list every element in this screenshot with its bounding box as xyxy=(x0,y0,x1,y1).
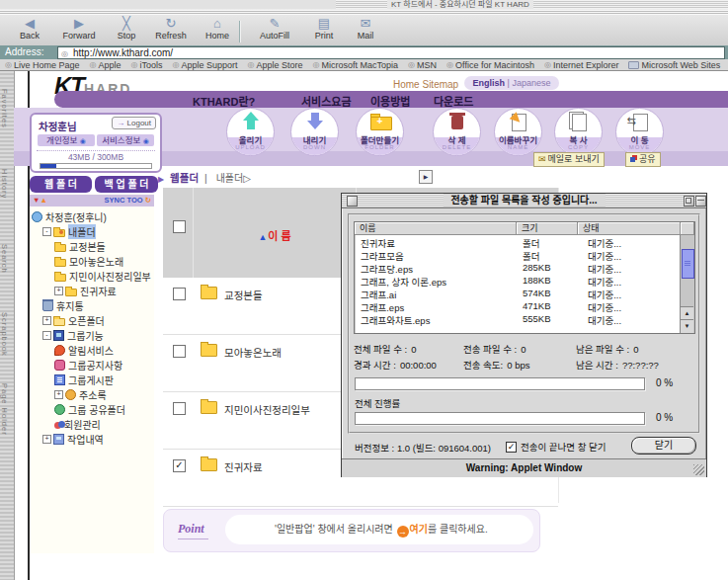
size-column[interactable]: 크기 xyxy=(517,222,578,235)
tree-item[interactable]: - 내폴더 xyxy=(30,224,154,239)
browser-side-tab[interactable]: Page Holder xyxy=(0,372,9,447)
toolbar-button[interactable]: Back xyxy=(8,17,51,44)
browser-side-tab[interactable]: Favorites xyxy=(0,71,9,146)
toolbar-button[interactable]: Print xyxy=(304,17,344,44)
tree-item[interactable]: 회원관리 xyxy=(30,417,154,432)
favorites-item[interactable]: MSN xyxy=(408,60,437,70)
expand-icon[interactable]: ▲ xyxy=(40,196,46,205)
action-button[interactable]: 이름바꾸기 NAME xyxy=(494,108,542,156)
tree-expand-box[interactable]: + xyxy=(54,287,63,295)
breadcrumb-root[interactable]: 웹폴더 xyxy=(170,172,199,184)
share-button[interactable]: 공유 xyxy=(625,152,661,167)
home-link[interactable]: Home xyxy=(393,79,420,90)
tree-item[interactable]: + 작업내역 xyxy=(30,432,154,447)
row-checkbox[interactable] xyxy=(173,402,186,415)
action-button[interactable]: 복 사 COPY xyxy=(554,108,603,156)
favorites-item[interactable]: Office for Macintosh xyxy=(446,60,534,70)
folder-name[interactable]: 지민이사진정리일부 xyxy=(224,402,310,417)
action-button[interactable]: 삭 제 DELETE xyxy=(433,108,481,156)
tree-expand-box[interactable]: - xyxy=(42,227,51,236)
tree-item[interactable]: 모아놓은노래 xyxy=(30,254,154,269)
favorites-item[interactable]: Internet Explorer xyxy=(544,60,619,70)
zoom-box-icon[interactable] xyxy=(684,196,694,207)
close-box-icon[interactable] xyxy=(347,196,358,207)
tree-item[interactable]: 교정본들 xyxy=(30,239,154,254)
kthard-logo[interactable]: KTHARD xyxy=(54,72,131,92)
scrollbar[interactable]: ▲ ▼ xyxy=(680,235,694,333)
tree-expand-box[interactable]: + xyxy=(42,435,51,444)
folder-name[interactable]: 교정본들 xyxy=(224,288,263,302)
here-link[interactable]: 여기 xyxy=(410,524,428,535)
dialog-titlebar[interactable]: 전송할 파일 목록을 작성 중입니다... xyxy=(342,194,706,208)
checked-checkbox[interactable] xyxy=(506,442,517,453)
name-column[interactable]: 이름 xyxy=(355,222,517,235)
action-button[interactable]: 폴더만들기 FOLDER xyxy=(356,108,404,156)
favorites-item[interactable]: Live Home Page xyxy=(5,60,80,70)
transfer-file-row[interactable]: 그래프.eps 471KB 대기중... xyxy=(355,300,681,313)
status-column[interactable]: 상태 xyxy=(578,222,681,235)
backup-folder-tab[interactable]: 백 업 폴 더 xyxy=(95,176,158,193)
transfer-file-row[interactable]: 진귀자료 폴더 대기중... xyxy=(355,236,681,249)
row-checkbox[interactable] xyxy=(173,288,186,300)
tree-item[interactable]: + 주소록 xyxy=(30,387,154,402)
favorites-item[interactable]: Apple Support xyxy=(173,60,238,70)
select-all-checkbox[interactable] xyxy=(173,220,186,233)
close-button[interactable]: 닫기 xyxy=(631,437,696,455)
nav-item[interactable]: 서비스요금 xyxy=(301,93,352,109)
favorites-item[interactable]: Microsoft Web Sites xyxy=(628,60,720,70)
close-when-done-option[interactable]: 전송이 끝나면 창 닫기 xyxy=(506,440,607,454)
nav-item[interactable]: 이용방법 xyxy=(370,93,410,109)
sync-tool-label[interactable]: SYNC TOO ↻ xyxy=(105,195,151,207)
favorites-item[interactable]: iTools xyxy=(131,60,163,70)
resize-grip[interactable] xyxy=(693,464,704,475)
web-folder-tab[interactable]: 웹 폴 더 xyxy=(30,176,92,193)
tree-item[interactable]: 그룹공지사항 xyxy=(30,358,154,373)
browser-side-tab[interactable]: Search xyxy=(0,221,9,296)
collapse-panel-button[interactable]: ▶ xyxy=(419,170,433,184)
action-button[interactable]: 내리기 DOWN xyxy=(290,108,339,156)
folder-name[interactable]: 진귀자료 xyxy=(224,459,263,474)
english-link[interactable]: English xyxy=(473,78,506,88)
transfer-file-row[interactable]: 그래프, 상자 이론.eps 188KB 대기중... xyxy=(355,275,681,288)
toolbar-button[interactable]: AutoFill xyxy=(249,17,300,44)
tree-item[interactable]: 지민이사진정리일부 xyxy=(30,269,154,284)
action-button[interactable]: 올리기 UPLOAD xyxy=(226,108,275,156)
tree-item[interactable]: 그룹게시판 xyxy=(30,373,154,387)
transfer-file-row[interactable]: 그라프모음 폴더 대기중... xyxy=(355,249,681,262)
scrollbar-thumb[interactable] xyxy=(682,249,694,279)
send-by-mail-button[interactable]: ✉메일로 보내기 xyxy=(533,152,605,167)
row-checkbox[interactable] xyxy=(173,345,186,358)
collapse-box-icon[interactable] xyxy=(695,196,706,207)
folder-name[interactable]: 모아놓은노래 xyxy=(224,345,282,360)
toolbar-button[interactable]: Stop xyxy=(109,17,144,44)
tree-item[interactable]: + 오픈폴더 xyxy=(30,313,154,328)
tree-item[interactable]: 알림서비스 xyxy=(30,343,154,358)
toolbar-button[interactable]: Home xyxy=(198,17,237,44)
nav-item[interactable]: KTHARD란? xyxy=(193,93,255,109)
tree-item[interactable]: + 진귀자료 xyxy=(30,284,154,298)
transfer-file-row[interactable]: 그래프와차트.eps 555KB 대기중... xyxy=(355,313,681,326)
address-input[interactable]: ◎ http://www.kthard.com/ xyxy=(57,46,725,59)
japanese-link[interactable]: Japanese xyxy=(512,78,550,88)
action-button[interactable]: 이 동 MOVE xyxy=(615,108,664,156)
browser-side-tab[interactable]: History xyxy=(0,146,9,221)
tree-item[interactable]: 차정훈(정후니) xyxy=(30,209,154,224)
name-column-header[interactable]: ▲이 름 xyxy=(194,227,356,243)
row-checkbox[interactable] xyxy=(173,459,186,472)
tree-item[interactable]: 휴지통 xyxy=(30,298,154,313)
scroll-down-icon[interactable]: ▼ xyxy=(681,319,693,333)
transfer-file-row[interactable]: 그라프당.eps 285KB 대기중... xyxy=(355,262,681,275)
favorites-item[interactable]: Apple Store xyxy=(248,60,303,70)
scroll-up-icon[interactable]: ▲ xyxy=(681,306,693,320)
breadcrumb-current[interactable]: 내폴더▷ xyxy=(216,173,251,184)
favorites-item[interactable]: Microsoft MacTopia xyxy=(313,60,399,70)
browser-side-tab[interactable]: Scrapbook xyxy=(0,296,9,372)
toolbar-button[interactable]: Forward xyxy=(53,17,105,44)
transfer-file-row[interactable]: 그래프.ai 574KB 대기중... xyxy=(355,288,681,300)
logout-button[interactable]: → Logout xyxy=(112,117,156,129)
toolbar-button[interactable]: Refresh xyxy=(146,17,196,44)
tree-item[interactable]: 그룹 공유폴더 xyxy=(30,402,154,417)
tree-expand-box[interactable]: + xyxy=(42,316,51,325)
sitemap-link[interactable]: Sitemap xyxy=(422,79,458,90)
personal-info-button[interactable]: 개인정보 ◉ xyxy=(38,134,95,146)
